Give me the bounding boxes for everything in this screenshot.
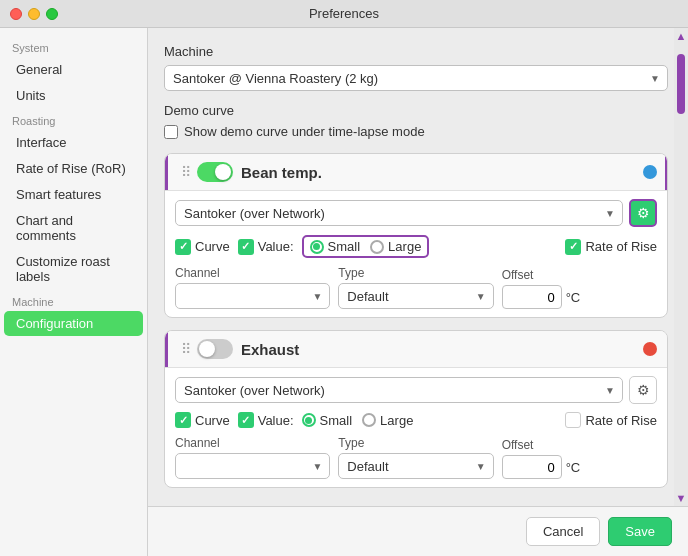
bean-temp-body: Santoker (over Network) ▼ ⚙ Curve xyxy=(165,191,667,317)
bean-temp-offset-row: °C xyxy=(502,285,657,309)
exhaust-gear-button[interactable]: ⚙ xyxy=(629,376,657,404)
exhaust-large-radio[interactable] xyxy=(362,413,376,427)
bean-temp-device-select[interactable]: Santoker (over Network) xyxy=(175,200,623,226)
sidebar-item-general[interactable]: General xyxy=(4,57,143,82)
exhaust-options-row: Curve Value: Small xyxy=(175,412,657,428)
exhaust-offset-label: Offset xyxy=(502,438,657,452)
bean-temp-channel-select[interactable] xyxy=(175,283,330,309)
window-title: Preferences xyxy=(309,6,379,21)
exhaust-value-checkbox[interactable] xyxy=(238,412,254,428)
exhaust-curve-checkbox[interactable] xyxy=(175,412,191,428)
exhaust-unit: °C xyxy=(566,460,581,475)
sidebar-item-units[interactable]: Units xyxy=(4,83,143,108)
machine-select[interactable]: Santoker @ Vienna Roastery (2 kg) xyxy=(164,65,668,91)
sidebar-item-smart[interactable]: Smart features xyxy=(4,182,143,207)
bean-temp-gear-button[interactable]: ⚙ xyxy=(629,199,657,227)
exhaust-type-select[interactable]: Default xyxy=(338,453,493,479)
demo-curve-checkbox[interactable] xyxy=(164,125,178,139)
scrollbar-track[interactable]: ▲ ▼ xyxy=(674,28,688,506)
bean-temp-device-wrapper[interactable]: Santoker (over Network) ▼ xyxy=(175,200,623,226)
demo-curve-checkbox-row: Show demo curve under time-lapse mode xyxy=(164,124,668,139)
exhaust-curve-checkbox-item: Curve xyxy=(175,412,230,428)
bean-temp-left-bar xyxy=(165,154,168,190)
save-button[interactable]: Save xyxy=(608,517,672,546)
sidebar-item-interface[interactable]: Interface xyxy=(4,130,143,155)
content-area: Machine Santoker @ Vienna Roastery (2 kg… xyxy=(148,28,688,556)
exhaust-small-radio[interactable] xyxy=(302,413,316,427)
scroll-indicator-up xyxy=(665,154,668,190)
bean-temp-large-radio[interactable] xyxy=(370,240,384,254)
exhaust-device-select[interactable]: Santoker (over Network) xyxy=(175,377,623,403)
bean-temp-value-label: Value: xyxy=(258,239,294,254)
bean-temp-ror-label: Rate of Rise xyxy=(585,239,657,254)
sidebar-section-system: System xyxy=(0,36,147,56)
exhaust-offset-input[interactable] xyxy=(502,455,562,479)
exhaust-type-wrapper[interactable]: Default ▼ xyxy=(338,453,493,479)
scroll-up-arrow[interactable]: ▲ xyxy=(676,30,687,42)
exhaust-toggle[interactable] xyxy=(197,339,233,359)
bean-temp-small-radio[interactable] xyxy=(310,240,324,254)
scrollbar-thumb[interactable] xyxy=(677,54,685,114)
minimize-button[interactable] xyxy=(28,8,40,20)
cancel-button[interactable]: Cancel xyxy=(526,517,600,546)
demo-curve-checkbox-label: Show demo curve under time-lapse mode xyxy=(184,124,425,139)
sidebar-section-roasting: Roasting xyxy=(0,109,147,129)
sidebar-item-customize[interactable]: Customize roast labels xyxy=(4,249,143,289)
exhaust-large-option[interactable]: Large xyxy=(362,413,413,428)
exhaust-color-dot xyxy=(643,342,657,356)
bean-temp-channel-wrapper[interactable]: ▼ xyxy=(175,283,330,309)
bean-temp-small-option[interactable]: Small xyxy=(310,239,361,254)
sidebar-item-chart[interactable]: Chart and comments xyxy=(4,208,143,248)
bean-temp-ror-item: Rate of Rise xyxy=(565,239,657,255)
exhaust-drag-handle[interactable]: ⠿ xyxy=(181,342,189,356)
bean-temp-offset-input[interactable] xyxy=(502,285,562,309)
bean-temp-type-label: Type xyxy=(338,266,493,280)
exhaust-ror-label: Rate of Rise xyxy=(585,413,657,428)
scrollbar-area xyxy=(677,44,685,490)
exhaust-size-radio-group: Small Large xyxy=(302,413,414,428)
bean-temp-large-option[interactable]: Large xyxy=(370,239,421,254)
maximize-button[interactable] xyxy=(46,8,58,20)
bean-temp-channel-row: Channel ▼ Type Default xyxy=(175,266,657,309)
close-button[interactable] xyxy=(10,8,22,20)
sidebar-item-configuration[interactable]: Configuration xyxy=(4,311,143,336)
exhaust-sensor: ⠿ Exhaust Santoker (over Network) ▼ ⚙ xyxy=(164,330,668,488)
bean-temp-large-label: Large xyxy=(388,239,421,254)
machine-dropdown-row: Santoker @ Vienna Roastery (2 kg) ▼ xyxy=(164,65,668,91)
bean-temp-toggle[interactable] xyxy=(197,162,233,182)
traffic-lights xyxy=(10,8,58,20)
bean-temp-header: ⠿ Bean temp. xyxy=(165,154,667,191)
bean-temp-channel-col: Channel ▼ xyxy=(175,266,330,309)
scroll-down-arrow[interactable]: ▼ xyxy=(676,492,687,504)
demo-curve-section: Demo curve Show demo curve under time-la… xyxy=(164,103,668,139)
exhaust-device-wrapper[interactable]: Santoker (over Network) ▼ xyxy=(175,377,623,403)
exhaust-channel-wrapper[interactable]: ▼ xyxy=(175,453,330,479)
sidebar-item-ror[interactable]: Rate of Rise (RoR) xyxy=(4,156,143,181)
exhaust-channel-select[interactable] xyxy=(175,453,330,479)
bean-temp-curve-checkbox-item: Curve xyxy=(175,239,230,255)
bean-temp-value-checkbox[interactable] xyxy=(238,239,254,255)
exhaust-name: Exhaust xyxy=(241,341,635,358)
bean-temp-type-wrapper[interactable]: Default ▼ xyxy=(338,283,493,309)
exhaust-value-checkbox-item: Value: xyxy=(238,412,294,428)
bean-temp-offset-col: Offset °C xyxy=(502,268,657,309)
content-scroll[interactable]: Machine Santoker @ Vienna Roastery (2 kg… xyxy=(148,28,688,506)
title-bar: Preferences xyxy=(0,0,688,28)
bean-temp-size-radio-group: Small Large xyxy=(302,235,430,258)
bean-temp-drag-handle[interactable]: ⠿ xyxy=(181,165,189,179)
machine-dropdown-wrapper[interactable]: Santoker @ Vienna Roastery (2 kg) ▼ xyxy=(164,65,668,91)
bean-temp-type-select[interactable]: Default xyxy=(338,283,493,309)
exhaust-small-option[interactable]: Small xyxy=(302,413,353,428)
bean-temp-options-row: Curve Value: Small xyxy=(175,235,657,258)
exhaust-offset-row: °C xyxy=(502,455,657,479)
bean-temp-ror-checkbox[interactable] xyxy=(565,239,581,255)
bean-temp-unit: °C xyxy=(566,290,581,305)
exhaust-offset-col: Offset °C xyxy=(502,438,657,479)
exhaust-channel-row: Channel ▼ Type Default xyxy=(175,436,657,479)
exhaust-type-col: Type Default ▼ xyxy=(338,436,493,479)
demo-curve-label: Demo curve xyxy=(164,103,668,118)
bean-temp-value-checkbox-item: Value: xyxy=(238,239,294,255)
exhaust-small-label: Small xyxy=(320,413,353,428)
bean-temp-curve-checkbox[interactable] xyxy=(175,239,191,255)
exhaust-ror-checkbox[interactable] xyxy=(565,412,581,428)
